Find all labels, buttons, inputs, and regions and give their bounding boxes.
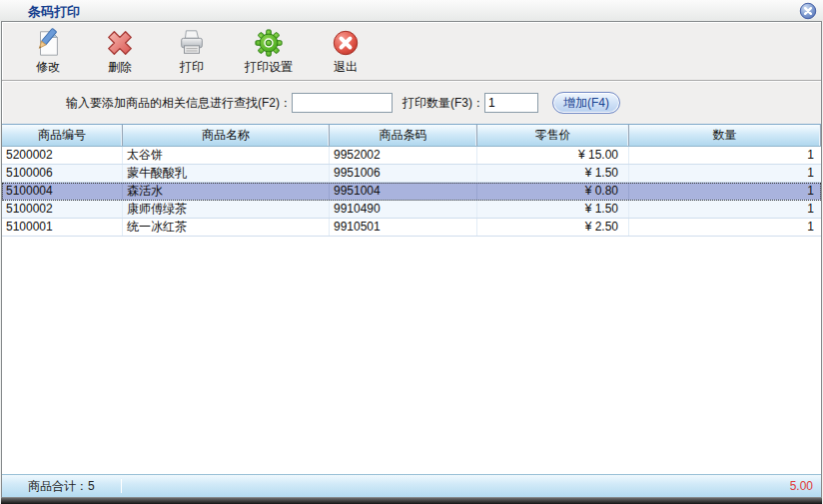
cell-code: 5100001 bbox=[2, 219, 123, 236]
cell-price: ¥ 1.50 bbox=[477, 201, 629, 218]
header-quantity[interactable]: 数量 bbox=[629, 125, 821, 146]
cell-qty: 1 bbox=[629, 147, 821, 164]
delete-button[interactable]: 删除 bbox=[87, 25, 153, 78]
exit-icon bbox=[331, 28, 361, 58]
cell-qty: 1 bbox=[629, 183, 821, 200]
window-bottom-edge bbox=[1, 498, 822, 504]
window-body: 修改 删除 bbox=[1, 21, 822, 498]
modify-button[interactable]: 修改 bbox=[15, 25, 81, 78]
cell-barcode: 9952002 bbox=[330, 147, 477, 164]
cell-barcode: 9910490 bbox=[330, 201, 477, 218]
search-input[interactable] bbox=[292, 93, 393, 113]
cell-name: 太谷饼 bbox=[123, 147, 330, 164]
total-count-label: 商品合计：5 bbox=[28, 478, 95, 495]
delete-icon bbox=[105, 28, 135, 58]
print-settings-label: 打印设置 bbox=[245, 59, 293, 76]
add-button[interactable]: 增加(F4) bbox=[552, 92, 620, 114]
cell-qty: 1 bbox=[629, 219, 821, 236]
delete-label: 删除 bbox=[108, 59, 132, 76]
modify-label: 修改 bbox=[36, 59, 60, 76]
cell-name: 统一冰红茶 bbox=[123, 219, 330, 236]
table-row[interactable]: 5100002康师傅绿茶9910490¥ 1.501 bbox=[2, 201, 821, 219]
print-qty-label: 打印数量(F3)： bbox=[403, 95, 484, 112]
exit-button[interactable]: 退出 bbox=[313, 25, 379, 78]
cell-name: 康师傅绿茶 bbox=[123, 201, 330, 218]
print-icon bbox=[177, 28, 207, 58]
total-amount: 5.00 bbox=[790, 479, 813, 493]
header-retail-price[interactable]: 零售价 bbox=[477, 125, 629, 146]
print-button[interactable]: 打印 bbox=[159, 25, 225, 78]
edit-icon bbox=[33, 28, 63, 58]
find-label: 输入要添加商品的相关信息进行查找(F2)： bbox=[66, 95, 292, 112]
cell-code: 5200002 bbox=[2, 147, 123, 164]
barcode-print-window: 条码打印 bbox=[0, 0, 823, 504]
cell-barcode: 9951006 bbox=[330, 165, 477, 182]
cell-barcode: 9910501 bbox=[330, 219, 477, 236]
window-title: 条码打印 bbox=[28, 3, 80, 21]
print-qty-input[interactable] bbox=[484, 93, 538, 113]
cell-name: 森活水 bbox=[123, 183, 330, 200]
table-row[interactable]: 5100001统一冰红茶9910501¥ 2.501 bbox=[2, 219, 821, 237]
header-product-name[interactable]: 商品名称 bbox=[123, 125, 330, 146]
print-settings-icon bbox=[254, 28, 284, 58]
table-body: 5200002太谷饼9952002¥ 15.0015100006蒙牛酸酸乳995… bbox=[2, 147, 821, 237]
print-settings-button[interactable]: 打印设置 bbox=[231, 25, 307, 78]
print-label: 打印 bbox=[180, 59, 204, 76]
statusbar-divider bbox=[121, 479, 122, 493]
exit-label: 退出 bbox=[334, 59, 358, 76]
cell-name: 蒙牛酸酸乳 bbox=[123, 165, 330, 182]
cell-price: ¥ 1.50 bbox=[477, 165, 629, 182]
toolbar: 修改 删除 bbox=[2, 23, 821, 80]
titlebar: 条码打印 bbox=[0, 0, 823, 21]
cell-price: ¥ 15.00 bbox=[477, 147, 629, 164]
product-grid: 商品编号 商品名称 商品条码 零售价 数量 5200002太谷饼9952002¥… bbox=[2, 124, 821, 474]
cell-price: ¥ 0.80 bbox=[477, 183, 629, 200]
cell-code: 5100006 bbox=[2, 165, 123, 182]
cell-qty: 1 bbox=[629, 165, 821, 182]
close-button[interactable] bbox=[799, 2, 817, 20]
cell-price: ¥ 2.50 bbox=[477, 219, 629, 236]
grid-header: 商品编号 商品名称 商品条码 零售价 数量 bbox=[2, 125, 821, 147]
table-row[interactable]: 5100004森活水9951004¥ 0.801 bbox=[2, 183, 821, 201]
cell-code: 5100002 bbox=[2, 201, 123, 218]
cell-barcode: 9951004 bbox=[330, 183, 477, 200]
cell-code: 5100004 bbox=[2, 183, 123, 200]
table-row[interactable]: 5100006蒙牛酸酸乳9951006¥ 1.501 bbox=[2, 165, 821, 183]
table-row[interactable]: 5200002太谷饼9952002¥ 15.001 bbox=[2, 147, 821, 165]
search-row: 输入要添加商品的相关信息进行查找(F2)： 打印数量(F3)： 增加(F4) bbox=[2, 82, 821, 124]
header-product-barcode[interactable]: 商品条码 bbox=[330, 125, 477, 146]
header-product-code[interactable]: 商品编号 bbox=[2, 125, 123, 146]
cell-qty: 1 bbox=[629, 201, 821, 218]
statusbar: 商品合计：5 5.00 bbox=[2, 474, 821, 497]
